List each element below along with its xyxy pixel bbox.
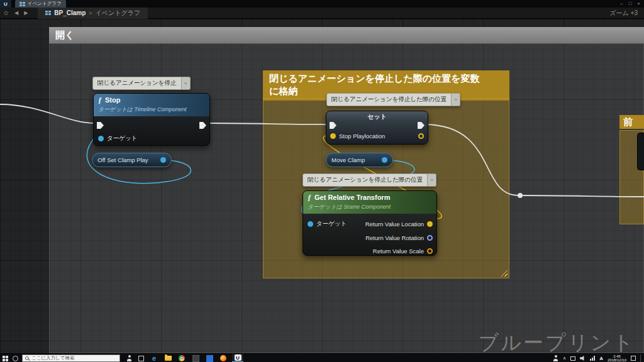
show-desktop-button[interactable] (640, 354, 643, 362)
search-icon (25, 356, 29, 360)
maximize-button[interactable]: □ (628, 0, 631, 8)
node-comment-bubble-set[interactable]: 閉じるアニメーションを停止した際の位置 ≡ (326, 93, 460, 106)
target-pin-label: ターゲット (316, 220, 347, 228)
ime-indicator[interactable]: A (599, 356, 603, 361)
set-output-pin[interactable] (418, 133, 424, 139)
return-rotation-pin[interactable] (427, 235, 433, 241)
stop-playlocation-label: Stop Playlocation (339, 133, 385, 140)
comment-resize-handle[interactable] (501, 270, 508, 277)
forward-button[interactable]: ▶ (24, 10, 28, 16)
unreal-editor-window: U イベントグラフ – □ × ☆ ◀ ▶ BP_Clamp > イベントグラフ… (0, 0, 644, 362)
favorite-icon[interactable]: ☆ (3, 9, 9, 16)
target-pin-label: ターゲット (107, 134, 137, 143)
bubble-pin-icon[interactable]: ≡ (452, 93, 460, 106)
unreal-taskbar-letter: U (235, 354, 242, 361)
exec-out-pin[interactable] (418, 122, 425, 129)
bubble-pin-icon[interactable]: ≡ (182, 77, 191, 90)
tab-event-graph[interactable]: イベントグラフ (15, 0, 66, 8)
node-title: Stop (105, 96, 120, 104)
comment-open-header[interactable]: 開く (49, 27, 644, 43)
comment-right-header[interactable]: 前回 (619, 115, 644, 129)
search-placeholder: ここに入力して検索 (31, 355, 74, 361)
exec-in-pin[interactable] (97, 122, 104, 129)
cortana-icon[interactable] (13, 356, 18, 361)
back-button[interactable]: ◀ (14, 10, 18, 16)
windows-logo-icon (3, 356, 8, 361)
app-icon-2[interactable] (206, 354, 213, 362)
node-grt-header[interactable]: ƒ Get Relative Transform ターゲットは Scene Co… (303, 191, 436, 214)
event-graph-canvas[interactable]: 開く 閉じるアニメーションを停止した際の位置を変数に格納 前回 ブループリント (0, 19, 644, 353)
node-title: Get Relative Transform (314, 194, 390, 201)
return-location-label: Return Value Location (365, 221, 424, 228)
node-comment-bubble-stop[interactable]: 閉じるアニメーションを停止 ≡ (92, 77, 191, 90)
start-button[interactable] (0, 356, 10, 361)
task-view-icon[interactable] (138, 356, 144, 361)
node-get-relative-transform[interactable]: ƒ Get Relative Transform ターゲットは Scene Co… (303, 190, 437, 256)
comment-open-title: 開く (55, 29, 74, 41)
bubble-text: 閉じるアニメーションを停止した際の位置 (303, 173, 428, 187)
hidden-icons-caret[interactable]: ∧ (563, 356, 566, 361)
variable-output-pin[interactable] (382, 157, 387, 163)
graph-icon (45, 11, 51, 15)
return-scale-label: Return Value Scale (373, 248, 424, 255)
breadcrumb-graph[interactable]: イベントグラフ (96, 9, 141, 18)
graph-toolbar: ☆ ◀ ▶ BP_Clamp > イベントグラフ ズーム +3 (0, 8, 644, 19)
window-titlebar[interactable]: U イベントグラフ – □ × (0, 0, 644, 8)
graph-tab-icon (19, 2, 25, 6)
volume-icon[interactable] (580, 356, 586, 361)
variable-label: Off Set Clamp Play (97, 156, 148, 163)
blueprint-watermark: ブループリント (479, 329, 636, 353)
node-subtitle: ターゲットは Timeline Component (98, 106, 205, 114)
bubble-text: 閉じるアニメーションを停止 (92, 77, 182, 90)
node-subtitle: ターゲットは Scene Component (308, 203, 432, 211)
node-set[interactable]: セット Stop Playlocation (326, 111, 428, 145)
tray-people-icon[interactable] (553, 355, 558, 361)
comment-right-title: 前回 (623, 116, 633, 129)
window-controls: – □ × (620, 0, 644, 8)
node-stop[interactable]: ƒ Stop ターゲットは Timeline Component ターゲット (93, 93, 210, 146)
display-icon[interactable] (570, 356, 575, 361)
return-rotation-label: Return Value Rotation (365, 234, 424, 241)
app-icon-1[interactable] (192, 354, 199, 362)
function-icon: ƒ (98, 96, 102, 105)
variable-label: Move Clamp (331, 156, 365, 163)
breadcrumb-separator: > (89, 10, 92, 16)
breadcrumb[interactable]: BP_Clamp > イベントグラフ (38, 8, 148, 19)
taskbar-search[interactable]: ここに入力して検索 (22, 354, 120, 362)
windows-taskbar: ここに入力して検索 e U ∧ A 2:45 2018/12/10 (0, 353, 644, 362)
unreal-logo-letter: U (4, 1, 8, 7)
action-center-icon[interactable] (631, 356, 636, 361)
exec-out-pin[interactable] (199, 122, 206, 129)
node-title: セット (326, 113, 428, 121)
return-location-pin[interactable] (427, 221, 433, 227)
minimize-button[interactable]: – (620, 0, 623, 8)
node-stop-header[interactable]: ƒ Stop ターゲットは Timeline Component (94, 94, 209, 116)
node-variable-off-set-clamp-play[interactable]: Off Set Clamp Play (92, 153, 172, 167)
bubble-text: 閉じるアニメーションを停止した際の位置 (326, 93, 452, 106)
date: 2018/12/10 (608, 358, 626, 362)
close-button[interactable]: × (637, 0, 640, 8)
tab-label: イベントグラフ (28, 1, 62, 7)
target-input-pin[interactable] (98, 136, 104, 141)
system-tray: ∧ A 2:45 2018/12/10 (553, 354, 643, 362)
zoom-level-label: ズーム +3 (609, 9, 638, 18)
target-input-pin[interactable] (308, 221, 313, 227)
breadcrumb-asset[interactable]: BP_Clamp (54, 9, 86, 16)
clock[interactable]: 2:45 2018/12/10 (608, 354, 626, 362)
network-icon[interactable] (590, 356, 595, 361)
chrome-icon[interactable] (178, 354, 186, 362)
variable-output-pin[interactable] (160, 157, 166, 163)
stop-playlocation-input-pin[interactable] (330, 133, 336, 139)
edge-icon[interactable]: e (150, 354, 158, 362)
node-partial-right[interactable] (637, 133, 644, 170)
function-icon: ƒ (308, 193, 311, 202)
firefox-icon[interactable] (219, 354, 227, 362)
exec-in-pin[interactable] (330, 122, 336, 129)
people-icon[interactable] (126, 355, 132, 361)
file-explorer-icon[interactable] (164, 354, 172, 362)
bubble-pin-icon[interactable]: ≡ (428, 173, 436, 187)
unreal-editor-taskbar-icon[interactable]: U (232, 354, 243, 362)
return-scale-pin[interactable] (427, 248, 433, 254)
node-variable-move-clamp[interactable]: Move Clamp (326, 153, 393, 167)
node-comment-bubble-get[interactable]: 閉じるアニメーションを停止した際の位置 ≡ (303, 173, 436, 187)
